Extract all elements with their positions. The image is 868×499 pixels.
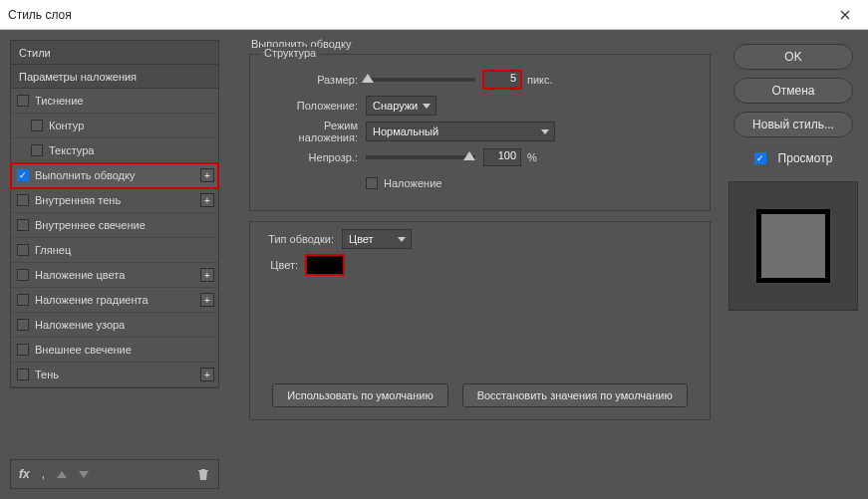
sidebar-item-label: Наложение градиента [35, 294, 148, 306]
sidebar-item[interactable]: Тень+ [11, 363, 218, 387]
size-input[interactable]: 5 [483, 71, 521, 89]
move-up-icon[interactable] [57, 471, 67, 478]
structure-legend: Структура [260, 47, 320, 59]
sidebar-item-label: Внутренняя тень [35, 194, 121, 206]
add-instance-button[interactable]: + [200, 268, 214, 282]
style-list: Стили Параметры наложения ТиснениеКонтур… [10, 40, 219, 388]
chevron-down-icon [398, 237, 406, 242]
fill-type-label: Тип обводки: [262, 233, 334, 245]
layer-style-dialog: Стиль слоя Стили Параметры наложения Тис… [0, 0, 868, 499]
right-panel: OK Отмена Новый стиль... ✓ Просмотр [719, 30, 868, 499]
style-checkbox[interactable] [17, 95, 29, 107]
new-style-button[interactable]: Новый стиль... [733, 112, 853, 137]
sidebar: Стили Параметры наложения ТиснениеКонтур… [0, 30, 229, 499]
blend-mode-select[interactable]: Нормальный [366, 122, 555, 141]
sidebar-item[interactable]: Наложение узора [11, 313, 218, 338]
trash-icon [196, 467, 210, 481]
preview-swatch [756, 209, 830, 283]
opacity-slider[interactable] [366, 155, 475, 159]
add-instance-button[interactable]: + [200, 368, 214, 381]
style-checkbox[interactable] [17, 219, 29, 231]
sidebar-item[interactable]: ✓Выполнить обводку+ [11, 163, 218, 188]
move-down-icon[interactable] [79, 471, 89, 478]
preview-label: Просмотр [778, 151, 833, 165]
style-checkbox[interactable] [17, 194, 29, 206]
sidebar-item-label: Тиснение [35, 95, 83, 107]
style-checkbox[interactable] [17, 344, 29, 356]
sidebar-item[interactable]: Наложение цвета+ [11, 263, 218, 288]
sidebar-footer: fx , [10, 459, 219, 489]
style-checkbox[interactable] [31, 144, 43, 156]
color-label: Цвет: [262, 259, 298, 271]
fx-menu-button[interactable]: fx [19, 467, 30, 481]
sidebar-item-label: Выполнить обводку [35, 169, 135, 181]
sidebar-item[interactable]: Внутреннее свечение [11, 213, 218, 238]
chevron-down-icon [423, 104, 431, 109]
preview-box [728, 181, 858, 311]
opacity-input[interactable]: 100 [483, 148, 521, 166]
sidebar-item[interactable]: Внутренняя тень+ [11, 188, 218, 213]
sidebar-item[interactable]: Внешнее свечение [11, 338, 218, 363]
reset-default-button[interactable]: Восстановить значения по умолчанию [462, 383, 688, 407]
style-checkbox[interactable] [17, 269, 29, 281]
close-button[interactable] [830, 0, 860, 30]
size-unit: пикс. [527, 74, 553, 86]
overprint-label: Наложение [384, 177, 441, 189]
sidebar-item-label: Тень [35, 369, 59, 380]
preview-toggle-row: ✓ Просмотр [754, 151, 833, 165]
opacity-label: Непрозр.: [262, 151, 358, 163]
position-label: Положение: [262, 100, 358, 112]
fill-type-select[interactable]: Цвет [342, 229, 412, 249]
sidebar-item-label: Внешнее свечение [35, 344, 132, 356]
sidebar-item-label: Контур [49, 120, 84, 131]
sidebar-item[interactable]: Глянец [11, 238, 218, 263]
sidebar-item[interactable]: Текстура [11, 138, 218, 163]
sidebar-item-label: Внутреннее свечение [35, 219, 145, 231]
size-label: Размер: [262, 74, 358, 86]
sidebar-item-label: Наложение узора [35, 319, 125, 331]
sidebar-item[interactable]: Наложение градиента+ [11, 288, 218, 313]
add-instance-button[interactable]: + [200, 193, 214, 207]
trash-button[interactable] [196, 467, 210, 481]
blend-mode-label: Режим наложения: [262, 120, 358, 143]
style-checkbox[interactable] [31, 120, 43, 131]
sidebar-item[interactable]: Тиснение [11, 89, 218, 114]
style-checkbox[interactable] [17, 319, 29, 331]
styles-header[interactable]: Стили [11, 41, 218, 65]
settings-panel: Выполнить обводку Структура Размер: 5 пи… [229, 30, 719, 499]
ok-button[interactable]: OK [733, 44, 853, 70]
add-instance-button[interactable]: + [200, 293, 214, 307]
titlebar: Стиль слоя [0, 0, 868, 30]
chevron-down-icon [541, 129, 549, 134]
fill-group: Тип обводки: Цвет Цвет: Использовать по … [249, 221, 711, 420]
style-checkbox[interactable]: ✓ [17, 169, 29, 181]
size-slider[interactable] [366, 78, 475, 82]
sidebar-item-label: Текстура [49, 144, 94, 156]
sidebar-item-label: Наложение цвета [35, 269, 125, 281]
color-swatch[interactable] [306, 255, 344, 275]
blending-header[interactable]: Параметры наложения [11, 65, 218, 89]
window-title: Стиль слоя [8, 8, 830, 22]
close-icon [840, 10, 850, 20]
opacity-unit: % [527, 151, 537, 163]
style-checkbox[interactable] [17, 369, 29, 380]
add-instance-button[interactable]: + [200, 168, 214, 182]
style-checkbox[interactable] [17, 244, 29, 256]
structure-group: Структура Размер: 5 пикс. Положение: Сна… [249, 54, 711, 211]
cancel-button[interactable]: Отмена [733, 78, 853, 104]
preview-checkbox[interactable]: ✓ [754, 152, 766, 164]
overprint-checkbox[interactable] [366, 177, 378, 189]
style-checkbox[interactable] [17, 294, 29, 306]
sidebar-item-label: Глянец [35, 244, 71, 256]
sidebar-item[interactable]: Контур [11, 114, 218, 138]
position-select[interactable]: Снаружи [366, 96, 436, 116]
make-default-button[interactable]: Использовать по умолчанию [272, 383, 447, 407]
